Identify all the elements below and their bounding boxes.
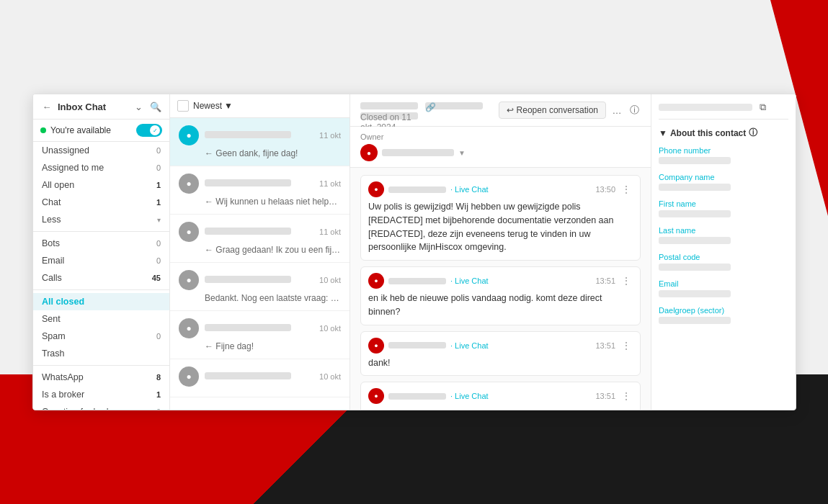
- nav-item-label-sent: Sent: [42, 314, 161, 324]
- contact-field-label-last_name: Last name: [659, 226, 788, 235]
- search-icon[interactable]: 🔍: [149, 100, 162, 113]
- message-time-2: 13:51: [595, 276, 615, 285]
- sidebar-item-less[interactable]: Less▾: [33, 211, 169, 228]
- chat-header-actions: ↩ Reopen conversation … ⓘ: [499, 102, 641, 119]
- contact-field-first_name: First name: [659, 199, 788, 217]
- contact-field-email: Email: [659, 279, 788, 297]
- availability-toggle[interactable]: [136, 124, 162, 137]
- sort-chevron-icon: ▼: [224, 101, 233, 111]
- conv-name-1: [205, 131, 291, 138]
- conv-item-6[interactable]: ●10 okt: [170, 359, 350, 397]
- sidebar-item-assigned[interactable]: Assigned to me0: [33, 159, 169, 176]
- sidebar-item-all_closed[interactable]: All closed: [33, 293, 169, 310]
- message-avatar-3: ●: [368, 338, 384, 354]
- message-menu-3[interactable]: ⋮: [620, 340, 633, 351]
- nav-item-count-assigned: 0: [149, 163, 161, 172]
- app-window: ← Inbox Chat ⌄ 🔍 You're available Unassi…: [32, 94, 796, 410]
- nav-item-label-all_open: All open: [42, 180, 149, 190]
- contact-field-daelgroep: Daelgroep (sector): [659, 306, 788, 324]
- nav-item-label-less: Less: [42, 215, 157, 225]
- sidebar-item-whatsapp[interactable]: WhatsApp8: [33, 369, 169, 386]
- sort-dropdown[interactable]: Newest ▼: [193, 101, 342, 111]
- conv-meta-3: [205, 228, 313, 237]
- message-channel-2: · Live Chat: [450, 276, 489, 285]
- back-icon[interactable]: ←: [40, 100, 53, 113]
- right-panel-top: ⧉: [659, 102, 788, 120]
- reopen-button[interactable]: ↩ Reopen conversation: [499, 102, 606, 119]
- info-icon[interactable]: ⓘ: [628, 104, 641, 117]
- sidebar-item-spam[interactable]: Spam0: [33, 328, 169, 345]
- owner-label: Owner: [360, 132, 641, 141]
- owner-name: [382, 149, 454, 156]
- sidebar-item-unassigned[interactable]: Unassigned0: [33, 142, 169, 159]
- chat-from: 🔗 Closed on 11 okt. 2024: [360, 100, 493, 120]
- sidebar-item-calls[interactable]: Calls45: [33, 269, 169, 287]
- about-contact-label: About this contact: [670, 128, 746, 138]
- conv-item-3[interactable]: ●11 okt← Graag gedaan! Ik zou u een fijn…: [170, 215, 350, 263]
- chat-status: Closed on 11 okt. 2024: [360, 112, 418, 120]
- sidebar-item-is_broker[interactable]: Is a broker1: [33, 386, 169, 403]
- nav-item-count-bots: 0: [149, 239, 161, 248]
- message-text-1: Uw polis is gewijzigd! Wij hebben uw gew…: [368, 200, 633, 254]
- sidebar-item-sent[interactable]: Sent: [33, 310, 169, 328]
- sidebar-item-bots[interactable]: Bots0: [33, 235, 169, 252]
- message-menu-4[interactable]: ⋮: [620, 390, 633, 402]
- conv-item-4[interactable]: ●10 oktBedankt. Nog een laatste vraag: b…: [170, 263, 350, 311]
- contact-field-label-email: Email: [659, 279, 788, 288]
- conv-item-5[interactable]: ●10 okt← Fijne dag!: [170, 311, 350, 359]
- nav-item-count-spam: 0: [149, 332, 161, 341]
- contact-field-value-first_name: [659, 210, 731, 217]
- conv-date-4: 10 okt: [319, 276, 341, 284]
- nav-chevron-icon: ▾: [157, 216, 161, 224]
- conv-name-3: [205, 228, 291, 235]
- conv-meta-5: [205, 324, 313, 333]
- sidebar-item-question_broker[interactable]: Question for broker0: [33, 403, 169, 410]
- availability-dot: [40, 127, 46, 133]
- message-menu-2[interactable]: ⋮: [620, 275, 633, 287]
- chat-from-text: [360, 102, 418, 109]
- chat-area: 🔗 Closed on 11 okt. 2024 ↩ Reopen conver…: [350, 94, 651, 410]
- sidebar-item-email[interactable]: Email0: [33, 252, 169, 269]
- select-all-checkbox[interactable]: [177, 100, 189, 112]
- conv-date-3: 11 okt: [319, 228, 341, 236]
- sidebar-header: ← Inbox Chat ⌄ 🔍: [33, 94, 169, 120]
- nav-item-label-question_broker: Question for broker: [42, 407, 149, 410]
- message-bubble-4: ●· Live Chat13:51⋮Jazeker, deze zal binn…: [360, 382, 641, 410]
- sidebar-item-chat[interactable]: Chat1: [33, 194, 169, 211]
- conv-avatar-1: ●: [179, 125, 199, 145]
- chat-header: 🔗 Closed on 11 okt. 2024 ↩ Reopen conver…: [350, 94, 651, 127]
- sidebar-item-all_open[interactable]: All open1: [33, 176, 169, 194]
- contact-field-company: Company name: [659, 173, 788, 191]
- external-link-icon[interactable]: ⧉: [757, 102, 768, 113]
- conv-avatar-4: ●: [179, 270, 199, 290]
- contact-field-label-first_name: First name: [659, 199, 788, 208]
- message-menu-1[interactable]: ⋮: [620, 184, 633, 195]
- chevron-down-icon[interactable]: ⌄: [132, 100, 145, 113]
- message-channel-3: · Live Chat: [450, 341, 489, 350]
- conv-item-2[interactable]: ●11 okt← Wij kunnen u helaas niet helpen…: [170, 166, 350, 215]
- more-options-icon[interactable]: …: [610, 104, 623, 117]
- about-contact-header[interactable]: ▼ About this contact ⓘ: [659, 127, 788, 139]
- conv-meta-1: [205, 131, 313, 140]
- conv-list-header: Newest ▼: [170, 94, 350, 118]
- message-header-3: ●· Live Chat13:51⋮: [368, 338, 633, 354]
- reopen-label: Reopen conversation: [517, 105, 598, 115]
- owner-section: Owner ● ▼: [350, 127, 651, 168]
- owner-dropdown-icon[interactable]: ▼: [458, 149, 466, 157]
- messages-area: ●· Live Chat13:50⋮Uw polis is gewijzigd!…: [350, 168, 651, 410]
- message-header-1: ●· Live Chat13:50⋮: [368, 181, 633, 197]
- nav-item-count-email: 0: [149, 256, 161, 265]
- conv-avatar-5: ●: [179, 318, 199, 338]
- nav-item-label-is_broker: Is a broker: [42, 390, 149, 400]
- conv-preview-5: ← Fijne dag!: [179, 341, 341, 351]
- message-avatar-2: ●: [368, 273, 384, 289]
- sidebar-item-trash[interactable]: Trash: [33, 345, 169, 362]
- contact-fields: Phone numberCompany nameFirst nameLast n…: [659, 146, 788, 324]
- nav-divider: [33, 365, 169, 366]
- availability-label: You're available: [50, 125, 132, 135]
- conv-item-1[interactable]: ●11 okt← Geen dank, fijne dag!: [170, 118, 350, 166]
- message-time-3: 13:51: [595, 341, 615, 350]
- nav-item-label-trash: Trash: [42, 348, 161, 359]
- contact-field-value-company: [659, 184, 731, 191]
- conv-item-header-6: ●10 okt: [179, 366, 341, 387]
